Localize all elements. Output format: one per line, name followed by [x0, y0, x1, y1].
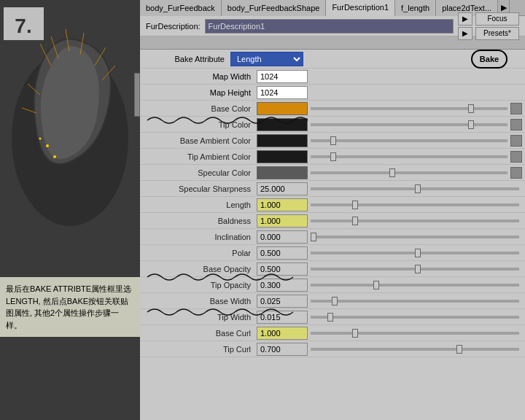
attr-row-inclination: Inclination: [140, 229, 525, 245]
attr-value-input-14[interactable]: [257, 327, 308, 340]
attr-row-base-width: Base Width: [140, 293, 525, 309]
attr-row-specular-sharpness: Specular Sharpness: [140, 181, 525, 197]
header-icon-btns: ▶ ▶: [458, 12, 472, 40]
attr-label-1: Tip Color: [140, 120, 257, 129]
attr-label-12: Base Width: [140, 297, 257, 306]
attr-row-base-color: Base Color: [140, 101, 525, 117]
map-width-input[interactable]: [257, 70, 308, 83]
slider-track-4[interactable]: [311, 171, 508, 174]
tab-f-length[interactable]: f_length: [395, 0, 436, 16]
attr-label-10: Base Opacity: [140, 265, 257, 273]
slider-thumb-7[interactable]: [352, 217, 358, 225]
attr-label-13: Tip Width: [140, 313, 257, 322]
attr-value-input-6[interactable]: [257, 198, 308, 211]
attr-value-input-15[interactable]: [257, 343, 308, 356]
bake-button[interactable]: Bake: [471, 50, 508, 69]
attr-row-polar: Polar: [140, 245, 525, 261]
color-swatch-1[interactable]: [257, 118, 308, 131]
slider-thumb-14[interactable]: [352, 329, 358, 338]
slider-track-8[interactable]: [311, 236, 519, 238]
attribute-editor: body_FurFeedback body_FurFeedbackShape F…: [140, 0, 525, 420]
header-label: FurDescription:: [146, 22, 201, 31]
map-height-label: Map Height: [140, 88, 257, 97]
attr-row-base-ambient-color: Base Ambient Color: [140, 133, 525, 149]
slider-track-0[interactable]: [311, 107, 508, 110]
svg-point-12: [39, 138, 42, 140]
color-icon-2[interactable]: [510, 135, 522, 147]
slider-thumb-0[interactable]: [468, 104, 474, 113]
attr-value-input-9[interactable]: [257, 246, 308, 260]
attr-label-9: Polar: [140, 249, 257, 257]
slider-thumb-15[interactable]: [456, 345, 462, 354]
color-icon-4[interactable]: [510, 167, 522, 179]
attr-value-input-7[interactable]: [257, 214, 308, 228]
slider-track-7[interactable]: [311, 219, 519, 222]
attributes-scroll-area[interactable]: Bake Attribute Length Bake Map Width Map…: [140, 36, 525, 398]
tab-furdescription1[interactable]: FurDescription1: [326, 0, 395, 16]
slider-thumb-10[interactable]: [415, 265, 421, 273]
attr-value-input-8[interactable]: [257, 230, 308, 244]
viewport-scrollbar[interactable]: [134, 73, 140, 117]
slider-thumb-2[interactable]: [330, 136, 336, 145]
attr-label-8: Inclination: [140, 233, 257, 241]
attr-label-2: Base Ambient Color: [140, 136, 257, 145]
svg-text:7.: 7.: [15, 15, 31, 37]
color-swatch-0[interactable]: [257, 102, 308, 115]
color-swatch-4[interactable]: [257, 166, 308, 179]
slider-thumb-12[interactable]: [332, 297, 338, 306]
slider-thumb-6[interactable]: [352, 201, 358, 209]
slider-track-2[interactable]: [311, 139, 508, 142]
slider-track-3[interactable]: [311, 155, 508, 158]
map-width-label: Map Width: [140, 72, 257, 81]
slider-thumb-4[interactable]: [389, 168, 395, 177]
focus-presets-btns: Focus Presets*: [475, 12, 519, 40]
slider-track-10[interactable]: [311, 268, 519, 271]
slider-thumb-13[interactable]: [327, 313, 333, 322]
slider-thumb-5[interactable]: [415, 184, 421, 193]
slider-track-14[interactable]: [311, 332, 519, 335]
color-swatch-3[interactable]: [257, 150, 308, 163]
attr-value-input-10[interactable]: [257, 262, 308, 276]
color-icon-3[interactable]: [510, 151, 522, 163]
attr-row-tip-width: Tip Width: [140, 309, 525, 325]
attr-row-tip-color: Tip Color: [140, 117, 525, 133]
slider-thumb-3[interactable]: [330, 152, 336, 161]
svg-point-10: [46, 144, 49, 147]
bake-attribute-label: Bake Attribute: [143, 55, 230, 63]
slider-track-11[interactable]: [311, 284, 519, 287]
slider-track-1[interactable]: [311, 123, 508, 126]
export-icon-btn[interactable]: ▶: [458, 27, 472, 40]
slider-track-9[interactable]: [311, 252, 519, 254]
svg-point-11: [53, 155, 56, 158]
furdescription-input[interactable]: [205, 19, 454, 34]
attr-value-input-13[interactable]: [257, 311, 308, 324]
slider-track-13[interactable]: [311, 316, 519, 319]
attr-row-tip-curl: Tip Curl: [140, 341, 525, 357]
step-description: 最后在BAKE ATTRIBTE属性框里选LENGTH, 然后点BAKE按钮关联…: [0, 277, 140, 337]
3d-viewport: 7.: [0, 0, 140, 277]
map-height-input[interactable]: [257, 86, 308, 99]
attr-row-base-curl: Base Curl: [140, 325, 525, 341]
color-icon-0[interactable]: [510, 103, 522, 114]
slider-thumb-9[interactable]: [415, 249, 421, 257]
attr-value-input-12[interactable]: [257, 295, 308, 308]
attr-label-0: Base Color: [140, 104, 257, 113]
color-swatch-2[interactable]: [257, 134, 308, 147]
presets-button[interactable]: Presets*: [475, 27, 519, 40]
tab-body-furfeedback[interactable]: body_FurFeedback: [140, 0, 222, 16]
attr-value-input-11[interactable]: [257, 279, 308, 292]
color-icon-1[interactable]: [510, 119, 522, 131]
tab-body-furfeedbackshape[interactable]: body_FurFeedbackShape: [222, 0, 327, 16]
attr-value-input-5[interactable]: [257, 182, 308, 195]
slider-track-6[interactable]: [311, 203, 519, 206]
slider-thumb-8[interactable]: [311, 233, 316, 241]
bake-attribute-select[interactable]: Length: [230, 52, 303, 66]
slider-track-12[interactable]: [311, 300, 519, 303]
slider-thumb-1[interactable]: [468, 120, 474, 129]
attr-label-14: Base Curl: [140, 329, 257, 338]
slider-thumb-11[interactable]: [373, 281, 379, 289]
slider-track-5[interactable]: [311, 187, 519, 190]
focus-button[interactable]: Focus: [475, 12, 519, 26]
import-icon-btn[interactable]: ▶: [458, 12, 472, 26]
slider-track-15[interactable]: [311, 348, 519, 351]
